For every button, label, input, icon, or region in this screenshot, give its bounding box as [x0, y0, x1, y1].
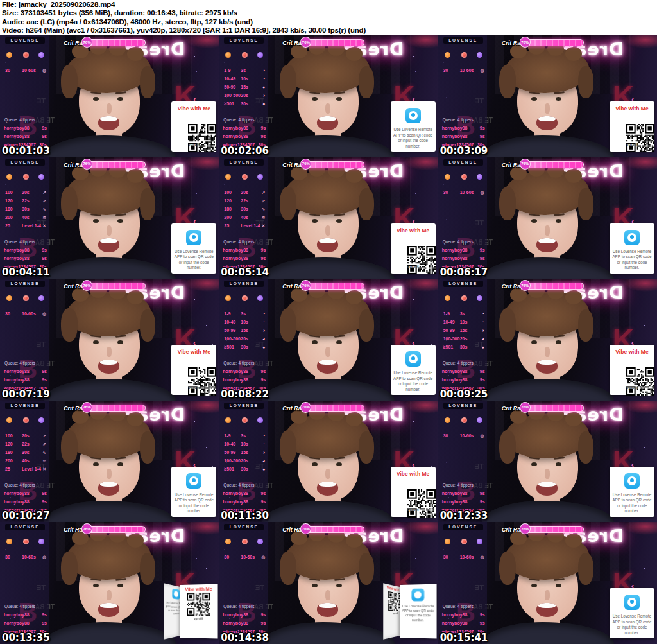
nose	[107, 469, 112, 479]
cube-left-face: Vibe with Mevprv9l	[383, 584, 400, 640]
lovense-app-icon	[405, 351, 421, 367]
queue-time: 9s	[480, 367, 485, 376]
tip-row-value: Level 1-4	[22, 465, 41, 473]
tip-toy-icon-red	[461, 174, 467, 180]
vibe-with-me-title: Vibe with Me	[171, 349, 216, 355]
tip-row-value: 100-500	[224, 91, 241, 100]
lovense-title: LOVENSE	[224, 403, 264, 409]
queue-title: Queue: 4 tippers	[4, 117, 35, 122]
eye	[531, 97, 537, 101]
tip-row-value: 10-60s	[460, 553, 474, 561]
tip-row-value: Level 1-4	[22, 222, 41, 230]
eye	[556, 584, 561, 587]
queue-username: hornyboy88	[442, 124, 468, 132]
crit-rate-progress-bar	[84, 161, 146, 168]
thumbnail-timestamp: 00:04:11	[2, 268, 50, 277]
lovense-app-icon	[405, 108, 421, 123]
queue-row: hornyboy88 9s	[3, 132, 47, 141]
tip-menu-row: 100-50020s◕	[221, 335, 266, 343]
lovense-remote-app-card: Use Lovense Remote APP to scan QR code o…	[610, 467, 654, 517]
tip-menu-row: 3010-60s◍	[441, 188, 486, 196]
tip-row-icon: ✕	[42, 465, 46, 473]
nose	[107, 590, 112, 600]
tip-row-icon: ◕	[262, 91, 265, 100]
tip-row-value: 3s	[460, 309, 465, 318]
tip-row-value: 30s	[241, 465, 248, 473]
thumbnail-timestamp: 00:15:41	[440, 633, 488, 643]
crit-rate-progress-bar	[522, 39, 584, 46]
open-mouth	[317, 238, 338, 252]
person-shirt	[482, 622, 614, 644]
video-thumbnail: K ‹ TE TE BA Dream Crit Rate 76% LOVENSE	[219, 522, 438, 644]
nose	[107, 347, 112, 357]
tip-toy-icon-purple	[38, 417, 44, 423]
thumbnail-timestamp: 00:02:06	[221, 146, 269, 156]
tip-row-value: 50-99	[224, 83, 235, 91]
tip-toy-icon-orange	[225, 417, 231, 423]
queue-time: 9s	[42, 254, 47, 263]
video-thumbnail: K ‹ TE TE BA Dream Crit Rate 76% LOVENSE	[0, 157, 219, 279]
tip-menu-row: 3010-60s◍	[441, 431, 486, 440]
tip-toy-icon-purple	[257, 295, 263, 301]
tip-toy-icon-red	[23, 539, 29, 544]
tip-row-value: 100-500	[224, 335, 241, 343]
cube-left-face: Use Lovense Remote APP to scan QR code o…	[164, 584, 181, 640]
eye	[336, 584, 342, 587]
tip-menu-row: 12022s⇗	[3, 196, 47, 205]
person-shirt	[262, 501, 395, 523]
tip-row-value: 10-60s	[460, 431, 474, 440]
thumbnail-timestamp: 00:05:14	[221, 268, 269, 277]
tip-toy-icon-red	[461, 295, 467, 301]
tip-toy-icon-red	[461, 52, 467, 58]
nose	[545, 103, 550, 114]
tip-row-value: 22s	[241, 196, 248, 205]
lovense-overlay-panel: LOVENSE 3010-60s◍ B Queue: 4 tippers hor…	[438, 35, 487, 157]
tip-row-icon: ◍	[481, 431, 484, 440]
hair-curl	[565, 47, 582, 61]
open-mouth	[98, 603, 119, 617]
tip-row-value: 30s	[241, 343, 248, 351]
tip-row-icon: ◔	[262, 309, 265, 318]
queue-username: hornyboy88	[223, 489, 248, 498]
queue-title: Queue: 4 tippers	[4, 604, 35, 609]
teeth	[100, 360, 117, 365]
teeth	[319, 360, 336, 365]
person-shirt	[44, 622, 176, 644]
hair-curl	[565, 290, 582, 304]
hair-curl	[127, 47, 144, 61]
lovense-overlay-panel: LOVENSE 3010-60s◍ B Queue: 4 tippers hor…	[219, 522, 268, 644]
tip-row-icon: ●	[481, 343, 484, 351]
video-thumbnail: K ‹ TE TE BA Dream Crit Rate 76% LOVENSE	[0, 279, 219, 401]
queue-title: Queue: 4 tippers	[4, 483, 35, 487]
tip-row-icon: ◍	[481, 66, 484, 74]
person-shirt	[482, 379, 614, 401]
tip-row-value: 120	[5, 196, 13, 205]
crit-rate-percentage: 76%	[81, 402, 92, 413]
tip-row-value: 30	[5, 66, 10, 74]
open-mouth	[317, 482, 338, 496]
tip-toy-icon-red	[242, 174, 248, 180]
tip-row-icon: ◕	[262, 83, 265, 91]
thumbnail-timestamp: 00:10:27	[2, 511, 50, 521]
lovense-app-instructions: Use Lovense Remote APP to scan QR code o…	[611, 492, 653, 514]
tip-row-value: 180	[5, 448, 13, 457]
tip-menu-row: 100-50020s◕	[221, 91, 266, 100]
queue-title: Queue: 4 tippers	[443, 361, 474, 365]
tip-row-value: 1-9	[224, 309, 230, 318]
thumbnail-timestamp: 00:11:30	[221, 511, 269, 521]
teeth	[100, 238, 117, 243]
vibe-with-me-qr-card: Vibe with Me vprv9l	[610, 345, 654, 395]
queue-time: 9s	[480, 489, 485, 498]
tip-row-value: 200	[5, 213, 13, 222]
tip-row-icon: ◔	[262, 431, 265, 440]
lovense-app-instructions: Use Lovense Remote APP to scan QR code o…	[393, 127, 434, 149]
qr-code	[399, 234, 427, 263]
thumbnail-timestamp: 00:06:17	[440, 268, 488, 277]
person-shirt	[482, 501, 614, 523]
eye	[93, 340, 99, 344]
queue-time: 9s	[480, 498, 485, 506]
tip-row-value: 50-99	[443, 326, 455, 335]
queue-row: hornyboy88 9s	[3, 367, 47, 376]
thumbnail-timestamp: 00:01:03	[2, 146, 50, 156]
qr-code	[180, 112, 208, 141]
